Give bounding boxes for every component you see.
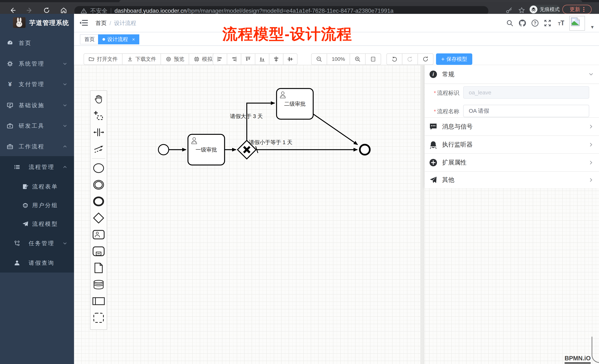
password-key-button[interactable] xyxy=(503,6,515,14)
space-tool[interactable] xyxy=(90,124,107,141)
section-general[interactable]: i 常规 xyxy=(425,65,599,84)
open-file-button[interactable]: 打开文件 xyxy=(84,53,123,65)
download-file-button[interactable]: 下载文件 xyxy=(122,53,161,65)
global-connect-tool[interactable] xyxy=(90,141,107,157)
user-task-level1[interactable]: 一级审批 xyxy=(188,134,225,165)
zoom-out-button[interactable] xyxy=(311,53,327,65)
browser-menu-icon[interactable] xyxy=(583,6,584,13)
sidebar-item-leave-query[interactable]: 请假查询 xyxy=(0,253,74,272)
create-intermediate-event[interactable] xyxy=(90,177,107,193)
redo-button[interactable] xyxy=(402,53,418,65)
update-label[interactable]: 更新 xyxy=(570,6,580,13)
text-size-icon: TT xyxy=(556,19,564,27)
bpmn-canvas[interactable]: 一级审批 二级审批 请假大于 3 天 xyxy=(74,65,599,364)
header-search-button[interactable] xyxy=(506,19,514,27)
header-fullscreen-button[interactable] xyxy=(544,19,552,27)
align-vertical-center-button[interactable] xyxy=(269,53,283,65)
create-gateway[interactable] xyxy=(90,210,107,226)
create-start-event[interactable] xyxy=(90,160,107,177)
flow-gateway-to-task2[interactable] xyxy=(247,103,275,140)
user-task-level2[interactable]: 二级审批 xyxy=(277,88,313,119)
create-subprocess[interactable] xyxy=(90,243,107,260)
create-participant[interactable] xyxy=(90,293,107,310)
undo-button[interactable] xyxy=(387,53,402,65)
align-left-button[interactable] xyxy=(213,53,227,65)
align-hcenter-icon xyxy=(287,56,294,62)
sidebar-item-devtools[interactable]: 研发工具 xyxy=(0,116,74,135)
preview-button[interactable]: 预览 xyxy=(161,53,189,65)
zoom-level-indicator[interactable]: 100% xyxy=(327,53,350,65)
chevron-right-icon xyxy=(588,142,594,148)
process-name-input[interactable] xyxy=(463,105,589,117)
chevron-right-icon xyxy=(588,123,594,130)
sidebar-item-task-management[interactable]: 任务管理 xyxy=(0,234,74,253)
flow-label-gt3[interactable]: 请假大于 3 天 xyxy=(230,113,263,119)
section-other[interactable]: 其他 xyxy=(425,172,599,188)
open-file-label: 打开文件 xyxy=(97,56,118,63)
browser-active-tab[interactable] xyxy=(119,0,582,2)
forward-icon xyxy=(26,7,33,14)
not-secure-label[interactable]: 不安全 xyxy=(90,7,107,15)
lasso-tool[interactable] xyxy=(90,107,107,124)
zoom-reset-button[interactable] xyxy=(365,53,381,65)
browser-reload-button[interactable] xyxy=(41,6,52,14)
create-group[interactable] xyxy=(90,310,107,326)
create-user-task[interactable] xyxy=(90,226,107,243)
align-bottom-button[interactable] xyxy=(255,53,269,65)
zoom-in-button[interactable] xyxy=(350,53,366,65)
browser-forward-button[interactable] xyxy=(24,6,35,14)
bpmn-io-watermark[interactable]: BPMN.iO xyxy=(564,355,591,364)
sidebar-item-process-management[interactable]: 流程管理 xyxy=(0,157,74,177)
create-data-object[interactable] xyxy=(90,260,107,276)
breadcrumb-home[interactable]: 首页 xyxy=(96,19,106,27)
url-host[interactable]: dashboard.yudao.iocoder.cn xyxy=(115,8,187,14)
url-path[interactable]: /bpm/manager/model/design?modelId=e4a1a1… xyxy=(187,8,394,14)
sidebar-collapse-button[interactable] xyxy=(79,19,88,27)
align-top-button[interactable] xyxy=(241,53,255,65)
monitor-icon xyxy=(7,102,13,109)
sidebar-item-label: 研发工具 xyxy=(19,122,44,130)
header-fontsize-button[interactable]: TT xyxy=(556,19,564,27)
sidebar-item-payment[interactable]: ¥ 支付管理 xyxy=(0,75,74,94)
browser-back-button[interactable] xyxy=(7,6,18,14)
avatar-caret-icon[interactable]: ▼ xyxy=(590,25,595,30)
hand-tool-icon xyxy=(93,94,104,104)
align-horizontal-center-button[interactable] xyxy=(283,53,298,65)
sidebar-item-label: 系统管理 xyxy=(19,60,44,68)
end-event[interactable] xyxy=(360,145,370,155)
flow-task2-to-end[interactable] xyxy=(313,114,358,145)
create-end-event[interactable] xyxy=(90,193,107,210)
sidebar-item-user-groups[interactable]: 用户分组 xyxy=(0,196,74,215)
sidebar-item-home[interactable]: 首页 xyxy=(0,34,74,53)
save-model-button[interactable]: + 保存模型 xyxy=(436,53,472,65)
header-github-button[interactable] xyxy=(518,19,527,27)
tab-home[interactable]: 首页 xyxy=(80,34,99,44)
section-execution-listeners[interactable]: 执行监听器 xyxy=(425,136,599,153)
section-messages-signals[interactable]: 消息与信号 xyxy=(425,118,599,135)
sidebar-item-workflow[interactable]: 工作流程 xyxy=(0,137,74,156)
bookmark-star-button[interactable] xyxy=(516,6,527,14)
start-event[interactable] xyxy=(158,144,169,155)
tab-close-icon[interactable]: × xyxy=(132,37,135,42)
browser-home-button[interactable] xyxy=(58,6,69,14)
flow-label-le1[interactable]: 请假小于等于 1 天 xyxy=(249,139,292,145)
tab-design-process[interactable]: 设计流程 × xyxy=(98,34,139,44)
sidebar-item-infrastructure[interactable]: 基础设施 xyxy=(0,96,74,115)
align-right-button[interactable] xyxy=(227,53,241,65)
question-icon: ? xyxy=(531,19,539,27)
create-data-store[interactable] xyxy=(90,276,107,293)
chip-icon xyxy=(194,56,200,62)
hand-tool[interactable] xyxy=(90,91,107,107)
sidebar-item-process-model[interactable]: 流程模型 xyxy=(0,214,74,234)
header-help-button[interactable]: ? xyxy=(531,19,539,27)
section-label: 执行监听器 xyxy=(442,140,473,149)
browser-update-button[interactable]: 更新 xyxy=(562,5,592,14)
section-extended-attributes[interactable]: 扩展属性 xyxy=(425,154,599,171)
process-key-input[interactable] xyxy=(463,86,589,99)
sidebar-item-system[interactable]: 系统管理 xyxy=(0,54,74,73)
restart-button[interactable] xyxy=(417,53,433,65)
sidebar-item-process-form[interactable]: 流程表单 xyxy=(0,177,74,196)
task2-label: 二级审批 xyxy=(284,101,306,107)
avatar[interactable] xyxy=(569,16,585,31)
dashboard-icon xyxy=(7,40,13,46)
